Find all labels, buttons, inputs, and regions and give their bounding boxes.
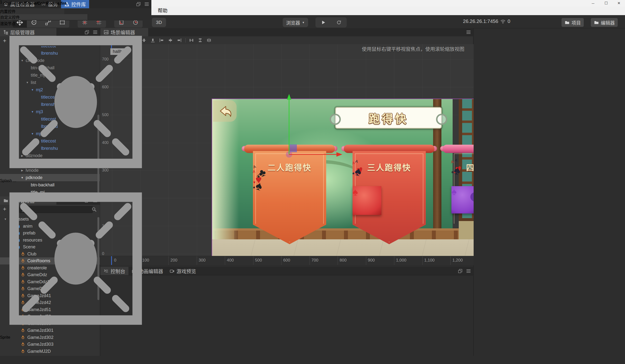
scene-toolbar bbox=[100, 36, 473, 44]
minimize-button[interactable]: ─ bbox=[587, 0, 599, 6]
preview-ip: 26.26.26.1:7456 bbox=[463, 19, 498, 24]
align-tool-5-icon[interactable] bbox=[168, 38, 173, 43]
open-project-button[interactable]: 项目 bbox=[562, 18, 584, 27]
scene-tabstrip: 场景编辑器 bbox=[100, 28, 473, 37]
title-plaque: 跑得快 bbox=[335, 107, 442, 129]
folder-icon bbox=[564, 20, 570, 25]
ruler-x-label: 1,200 bbox=[452, 258, 463, 263]
banner-art bbox=[253, 151, 326, 244]
banner-art bbox=[451, 151, 474, 244]
align-tool-9-icon[interactable] bbox=[206, 38, 212, 43]
ruler-x-label: 400 bbox=[227, 258, 234, 263]
ruler-x-label: 200 bbox=[170, 258, 177, 263]
play-icon bbox=[320, 20, 326, 25]
mode-3d-label: 3D bbox=[156, 20, 162, 25]
align-tool-8-icon[interactable] bbox=[197, 38, 203, 43]
ruler-x-label: 1,100 bbox=[424, 258, 435, 263]
menu-帮助[interactable]: 帮助 bbox=[154, 6, 171, 15]
ruler-x-label: 900 bbox=[368, 258, 375, 263]
refresh-preview-button[interactable] bbox=[331, 17, 347, 28]
preview-group bbox=[315, 17, 347, 28]
banner-art bbox=[352, 151, 426, 244]
statusbar: db://assets/Scene/CoinRooms.fire 1 bbox=[0, 0, 28, 4]
ruler-x-label: 700 bbox=[312, 258, 318, 263]
play-button[interactable] bbox=[315, 17, 331, 28]
tab-builtin-widgets[interactable]: 内置控件 bbox=[0, 8, 64, 14]
folder-icon bbox=[594, 20, 599, 25]
preview-target-dropdown[interactable]: 浏览器 ▼ bbox=[283, 18, 308, 27]
connected-count: 0 bbox=[508, 19, 510, 24]
spriteframe-icon bbox=[0, 183, 151, 335]
align-tool-4-icon[interactable] bbox=[159, 38, 164, 43]
open-editor-button[interactable]: 编辑器 bbox=[591, 18, 618, 27]
widget-library: 渲染节点Splash ...SpriteTXTLabelTxTRich Text… bbox=[0, 21, 151, 328]
custom-widgets-label: 自定义控件 bbox=[0, 15, 20, 20]
panel-menu-icon[interactable] bbox=[466, 29, 471, 35]
room-banner-3: 四人跑得快 A♥♥A♠♠♠ bbox=[442, 144, 474, 256]
ruler-x-label: 500 bbox=[255, 258, 262, 263]
tab-custom-widgets[interactable]: 自定义控件 bbox=[0, 14, 87, 20]
scene-viewport[interactable]: 7006005004003002001000 跑得快 返回大厅 bbox=[100, 44, 474, 256]
open-editor-label: 编辑器 bbox=[601, 19, 615, 26]
banner-body: 四人跑得快 bbox=[451, 151, 474, 244]
align-tool-7-icon[interactable] bbox=[189, 38, 194, 43]
float-panel-icon[interactable] bbox=[458, 268, 463, 274]
preview-address: 26.26.26.1:7456 0 bbox=[463, 19, 510, 24]
panel-gap bbox=[100, 265, 473, 267]
ruler-x-label: 600 bbox=[283, 258, 290, 263]
builtin-widgets-label: 内置控件 bbox=[0, 9, 16, 14]
refresh-icon bbox=[336, 20, 342, 25]
labelw-icon: TXT bbox=[0, 340, 151, 364]
spriteframe-icon bbox=[0, 26, 151, 179]
widget-label: Sprite bbox=[0, 335, 151, 340]
maximize-button[interactable]: ☐ bbox=[601, 0, 612, 6]
preview-target-label: 浏览器 bbox=[286, 19, 300, 26]
tab-label: 控件库 bbox=[71, 1, 86, 8]
preview-icon bbox=[169, 268, 175, 274]
game-canvas: 跑得快 返回大厅 二人跑得快 A♣♣A♥♥A♠♠ 三人跑得快 A♥♥A♠♠♠ bbox=[212, 99, 474, 256]
mode-3d-button[interactable]: 3D bbox=[152, 18, 166, 27]
tab-label: 游戏预览 bbox=[177, 268, 196, 275]
back-button bbox=[213, 100, 237, 122]
cocos-creator-window: Cocos Creator - NewProject - db://assets… bbox=[0, 0, 625, 364]
panel-menu-icon[interactable] bbox=[144, 1, 149, 7]
room-banner-1: 二人跑得快 A♣♣A♥♥A♠♠ bbox=[243, 144, 336, 256]
panel-menu-icon[interactable] bbox=[466, 268, 471, 274]
plaque-ornament bbox=[330, 114, 341, 125]
widget-label: Splash ... bbox=[0, 179, 151, 183]
toolbar-separator bbox=[185, 38, 186, 42]
section-渲染节点: 渲染节点 bbox=[0, 21, 151, 26]
ruler-x: 01002003004005006007008009001,0001,1001,… bbox=[100, 256, 474, 265]
viewport-hint: 使用鼠标右键平移视窗焦点，使用滚轮缩放视图 bbox=[362, 45, 464, 53]
widget-Splash[interactable]: Splash ... bbox=[0, 26, 151, 183]
plaque-ornament bbox=[436, 114, 447, 125]
open-project-label: 项目 bbox=[571, 19, 581, 26]
room-banner-2: 三人跑得快 A♥♥A♠♠♠ bbox=[343, 144, 436, 256]
chevron-down-icon: ▼ bbox=[302, 21, 305, 24]
wifi-icon bbox=[500, 19, 506, 24]
ruler-x-label: 300 bbox=[199, 258, 206, 263]
banner-body: 二人跑得快 bbox=[253, 151, 326, 244]
status-path: db://assets/Scene/CoinRooms.fire bbox=[3, 1, 67, 6]
widget-Sprite[interactable]: Sprite bbox=[0, 183, 151, 340]
banner-body: 三人跑得快 bbox=[352, 151, 426, 244]
close-button[interactable]: ✕ bbox=[613, 0, 625, 6]
ruler-x-label: 1,000 bbox=[396, 258, 406, 263]
widget-Label[interactable]: TXTLabel bbox=[0, 340, 151, 364]
console-tabstrip: 控制台动画编辑器游戏预览 bbox=[100, 267, 473, 276]
float-panel-icon[interactable] bbox=[136, 1, 141, 7]
tab-游戏预览[interactable]: 游戏预览 bbox=[166, 267, 199, 275]
align-tool-6-icon[interactable] bbox=[177, 38, 182, 43]
ruler-x-label: 800 bbox=[340, 258, 346, 263]
back-arrow-icon bbox=[217, 104, 233, 118]
widget-subtabs: 内置控件 自定义控件 bbox=[0, 8, 151, 21]
game-title: 跑得快 bbox=[369, 110, 408, 126]
